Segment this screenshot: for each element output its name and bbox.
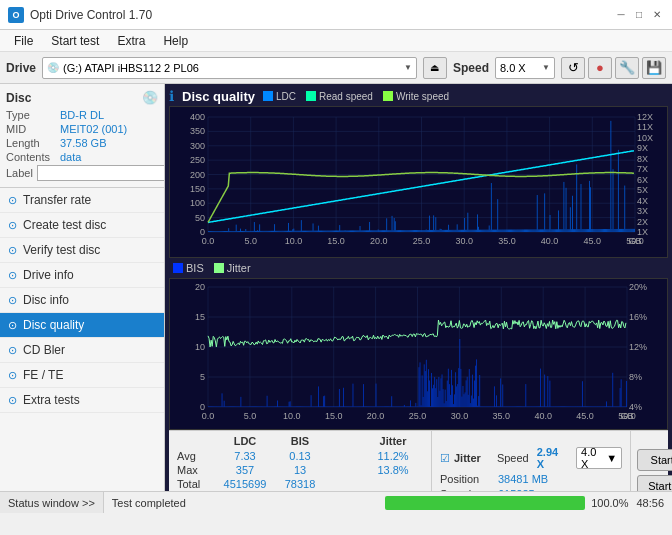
cd-bler-icon: ⊙ xyxy=(8,344,17,357)
legend-ldc: LDC xyxy=(263,91,296,102)
sidebar: Disc 💿 Type BD-R DL MID MEIT02 (001) Len… xyxy=(0,84,165,491)
sidebar-item-create-test-disc[interactable]: ⊙ Create test disc xyxy=(0,213,164,238)
toolbar-icon-1[interactable]: ↺ xyxy=(561,57,585,79)
drive-label: Drive xyxy=(6,61,36,75)
sidebar-item-fe-te[interactable]: ⊙ FE / TE xyxy=(0,363,164,388)
legend-read-speed-label: Read speed xyxy=(319,91,373,102)
main-layout: Disc 💿 Type BD-R DL MID MEIT02 (001) Len… xyxy=(0,84,672,491)
start-part-button[interactable]: Start part xyxy=(637,475,672,491)
progress-bar xyxy=(385,496,585,510)
stats-total-row: Total 4515699 78318 xyxy=(177,478,423,490)
speed-stats-select[interactable]: 4.0 X ▼ xyxy=(576,447,622,469)
status-window-button[interactable]: Status window >> xyxy=(0,492,104,513)
menubar: File Start test Extra Help xyxy=(0,30,672,52)
sidebar-item-cd-bler[interactable]: ⊙ CD Bler xyxy=(0,338,164,363)
sidebar-cd-bler-label: CD Bler xyxy=(23,343,65,357)
bottom-chart-canvas xyxy=(170,279,667,429)
stats-avg-bis: 0.13 xyxy=(275,450,325,462)
disc-fields: Type BD-R DL MID MEIT02 (001) Length 37.… xyxy=(6,109,158,181)
disc-title: Disc xyxy=(6,91,31,105)
toolbar-icon-3[interactable]: 🔧 xyxy=(615,57,639,79)
disc-type-value: BD-R DL xyxy=(60,109,104,121)
stats-max-empty xyxy=(325,464,363,476)
disc-panel: Disc 💿 Type BD-R DL MID MEIT02 (001) Len… xyxy=(0,84,164,188)
disc-mid-row: MID MEIT02 (001) xyxy=(6,123,158,135)
sidebar-extra-tests-label: Extra tests xyxy=(23,393,80,407)
disc-contents-value: data xyxy=(60,151,81,163)
menu-file[interactable]: File xyxy=(6,32,41,50)
stats-total-label: Total xyxy=(177,478,215,490)
legend-bis-color xyxy=(173,263,183,273)
toolbar-icons: ↺ ● 🔧 💾 xyxy=(561,57,666,79)
stats-avg-row: Avg 7.33 0.13 11.2% xyxy=(177,450,423,462)
jitter-checkbox[interactable]: ☑ xyxy=(440,452,450,465)
menu-extra[interactable]: Extra xyxy=(109,32,153,50)
toolbar-save[interactable]: 💾 xyxy=(642,57,666,79)
fe-te-icon: ⊙ xyxy=(8,369,17,382)
status-text: Test completed xyxy=(104,497,385,509)
disc-contents-key: Contents xyxy=(6,151,56,163)
disc-mid-value: MEIT02 (001) xyxy=(60,123,127,135)
sidebar-item-disc-info[interactable]: ⊙ Disc info xyxy=(0,288,164,313)
stats-col-jitter: Jitter xyxy=(363,435,423,447)
speed-stats-value: 4.0 X xyxy=(581,446,602,470)
stats-header-row: LDC BIS Jitter xyxy=(177,435,423,447)
stats-right: ☑ Jitter Speed 2.94 X 4.0 X ▼ Position 3… xyxy=(431,431,630,491)
menu-help[interactable]: Help xyxy=(155,32,196,50)
stats-max-jitter: 13.8% xyxy=(363,464,423,476)
drive-info-icon: ⊙ xyxy=(8,269,17,282)
stats-max-ldc: 357 xyxy=(215,464,275,476)
drive-select[interactable]: 💿 (G:) ATAPI iHBS112 2 PL06 ▼ xyxy=(42,57,417,79)
disc-panel-header: Disc 💿 xyxy=(6,90,158,105)
drive-select-value: (G:) ATAPI iHBS112 2 PL06 xyxy=(63,62,400,74)
disc-label-row: Label ⚙ xyxy=(6,165,158,181)
bottom-chart xyxy=(169,278,668,430)
sidebar-disc-info-label: Disc info xyxy=(23,293,69,307)
sidebar-item-transfer-rate[interactable]: ⊙ Transfer rate xyxy=(0,188,164,213)
disc-length-key: Length xyxy=(6,137,56,149)
disc-type-key: Type xyxy=(6,109,56,121)
sidebar-item-drive-info[interactable]: ⊙ Drive info xyxy=(0,263,164,288)
sidebar-item-verify-test-disc[interactable]: ⊙ Verify test disc xyxy=(0,238,164,263)
legend-ldc-color xyxy=(263,91,273,101)
sidebar-item-extra-tests[interactable]: ⊙ Extra tests xyxy=(0,388,164,413)
eject-button[interactable]: ⏏ xyxy=(423,57,447,79)
samples-value: 615235 xyxy=(498,488,535,491)
legend-read-speed-color xyxy=(306,91,316,101)
stats-row: LDC BIS Jitter Avg 7.33 0.13 11.2% Max 3… xyxy=(169,430,668,491)
speed-select[interactable]: 8.0 X ▼ xyxy=(495,57,555,79)
position-label: Position xyxy=(440,473,490,485)
stats-max-bis: 13 xyxy=(275,464,325,476)
speed-label: Speed xyxy=(453,61,489,75)
toolbar-icon-2[interactable]: ● xyxy=(588,57,612,79)
speed-static-label: Speed xyxy=(497,452,529,464)
chart-title-icon: ℹ xyxy=(169,88,174,104)
speed-dropdown-arrow: ▼ xyxy=(542,63,550,72)
legend-jitter-color xyxy=(214,263,224,273)
chart-header: ℹ Disc quality LDC Read speed Write spee… xyxy=(169,88,668,104)
sidebar-item-disc-quality[interactable]: ⊙ Disc quality xyxy=(0,313,164,338)
close-button[interactable]: ✕ xyxy=(650,8,664,22)
minimize-button[interactable]: ─ xyxy=(614,8,628,22)
stats-total-empty xyxy=(325,478,363,490)
stats-col-bis: BIS xyxy=(275,435,325,447)
stats-col-empty2 xyxy=(325,435,363,447)
menu-start-test[interactable]: Start test xyxy=(43,32,107,50)
disc-mid-key: MID xyxy=(6,123,56,135)
titlebar: O Opti Drive Control 1.70 ─ □ ✕ xyxy=(0,0,672,30)
speed-stats-arrow: ▼ xyxy=(606,452,617,464)
content-area: ℹ Disc quality LDC Read speed Write spee… xyxy=(165,84,672,491)
disc-info-icon: ⊙ xyxy=(8,294,17,307)
disc-label-input[interactable] xyxy=(37,165,165,181)
stats-col-ldc: LDC xyxy=(215,435,275,447)
sidebar-disc-quality-label: Disc quality xyxy=(23,318,84,332)
progress-percent: 100.0% xyxy=(591,497,628,509)
disc-length-row: Length 37.58 GB xyxy=(6,137,158,149)
jitter-label: Jitter xyxy=(454,452,481,464)
stats-avg-ldc: 7.33 xyxy=(215,450,275,462)
disc-quality-icon: ⊙ xyxy=(8,319,17,332)
disc-icon[interactable]: 💿 xyxy=(142,90,158,105)
position-value: 38481 MB xyxy=(498,473,548,485)
maximize-button[interactable]: □ xyxy=(632,8,646,22)
start-full-button[interactable]: Start full xyxy=(637,449,672,471)
